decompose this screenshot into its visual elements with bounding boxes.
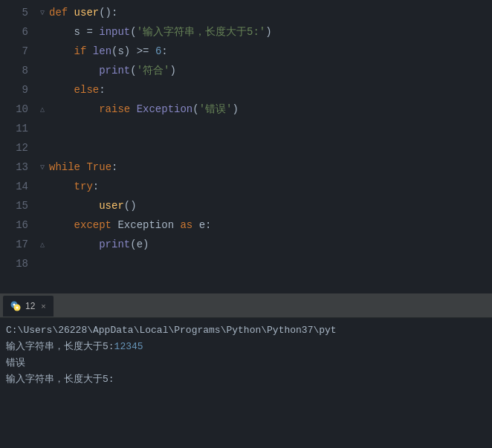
paren-5: ():	[99, 3, 117, 22]
keyword-def: def	[49, 3, 74, 22]
terminal-line3: 输入字符串，长度大于5:	[6, 371, 486, 388]
keyword-while: while	[49, 158, 86, 177]
paren-6a: (	[130, 22, 136, 42]
terminal-tab[interactable]: 12 ×	[3, 296, 54, 316]
colon-16: :	[205, 215, 211, 235]
code-line-17: print(e)	[49, 235, 492, 254]
gutter-11	[36, 119, 49, 138]
line-numbers: 5 6 7 8 9 10 11 12 13 14 15 16 17 18	[0, 0, 36, 293]
gutter-9	[36, 80, 49, 100]
keyword-true: True	[86, 158, 111, 177]
terminal-content: C:\Users\26228\AppData\Local\Programs\Py…	[0, 318, 492, 392]
terminal-path-text: C:\Users\26228\AppData\Local\Programs\Py…	[6, 325, 337, 336]
line-num-8: 8	[0, 61, 28, 80]
terminal-line2: 错误	[6, 355, 486, 371]
colon-13: :	[111, 158, 117, 177]
paren-10a: (	[192, 100, 198, 119]
line-num-12: 12	[0, 138, 28, 158]
indent-8	[49, 61, 99, 80]
string-error: '错误'	[199, 100, 233, 119]
code-line-8: print('符合')	[49, 61, 492, 80]
num-6: 6	[155, 42, 161, 61]
gutter-14	[36, 177, 49, 196]
indent-15	[49, 196, 99, 215]
paren-6b: )	[265, 22, 271, 42]
fold-icon-10[interactable]: △	[40, 105, 45, 114]
code-line-9: else:	[49, 80, 492, 100]
gutter-16	[36, 215, 49, 235]
keyword-try: try	[74, 177, 93, 196]
colon-9: :	[99, 80, 105, 100]
code-line-12	[49, 138, 492, 158]
builtin-len: len	[93, 42, 111, 61]
indent-14	[49, 177, 74, 196]
line-num-9: 9	[0, 80, 28, 100]
line-num-16: 16	[0, 215, 28, 235]
builtin-print-8: print	[99, 61, 130, 80]
line-num-5: 5	[0, 3, 28, 22]
var-e: e	[199, 215, 205, 235]
indent-10	[49, 100, 99, 119]
gutter-13[interactable]: ▽	[36, 158, 49, 177]
terminal-input-label: 输入字符串，长度大于5:	[6, 341, 114, 352]
line-num-18: 18	[0, 254, 28, 273]
terminal-error-text: 错误	[6, 357, 25, 369]
gutter-7	[36, 42, 49, 61]
paren-17: (e)	[130, 235, 149, 254]
gutter-5[interactable]: ▽	[36, 3, 49, 22]
line-num-17: 17	[0, 235, 28, 254]
code-line-18	[49, 254, 492, 273]
gutter-8	[36, 61, 49, 80]
op-gte: >=	[137, 42, 155, 61]
paren-15: ()	[124, 196, 137, 215]
exception-class: Exception	[117, 215, 180, 235]
fn-user: user	[74, 3, 100, 22]
keyword-if: if	[74, 42, 93, 61]
gutter-15	[36, 196, 49, 215]
line-num-14: 14	[0, 177, 28, 196]
code-line-13: while True:	[49, 158, 492, 177]
code-line-15: user()	[49, 196, 492, 215]
line-num-15: 15	[0, 196, 28, 215]
code-line-6: s = input('输入字符串，长度大于5:')	[49, 22, 492, 42]
paren-10b: )	[232, 100, 238, 119]
paren-8a: (	[130, 61, 136, 80]
fold-icon-5[interactable]: ▽	[40, 8, 45, 17]
terminal-path-line: C:\Users\26228\AppData\Local\Programs\Py…	[6, 322, 486, 339]
op-eq: =	[86, 22, 99, 42]
indent-9	[49, 80, 74, 100]
terminal-line1: 输入字符串，长度大于5:12345	[6, 339, 486, 355]
terminal-prompt-text: 输入字符串，长度大于5:	[6, 374, 114, 385]
svg-point-2	[13, 303, 16, 305]
paren-7: (s)	[111, 42, 137, 61]
keyword-as: as	[180, 215, 198, 235]
paren-8b: )	[169, 61, 175, 80]
svg-point-3	[16, 306, 19, 308]
gutter-6	[36, 22, 49, 42]
fold-icon-13[interactable]: ▽	[40, 163, 45, 172]
code-line-5: def user():	[49, 3, 492, 22]
fn-call-user: user	[99, 196, 124, 215]
terminal-tab-bar: 12 ×	[0, 294, 492, 318]
string-match: '符合'	[137, 61, 170, 80]
gutter-10[interactable]: △	[36, 100, 49, 119]
code-container: 5 6 7 8 9 10 11 12 13 14 15 16 17 18 ▽ △	[0, 0, 492, 293]
keyword-raise: raise	[99, 100, 136, 119]
code-line-11	[49, 119, 492, 138]
line-num-13: 13	[0, 158, 28, 177]
builtin-print-17: print	[99, 235, 130, 254]
gutter-12	[36, 138, 49, 158]
terminal-tab-label: 12	[25, 301, 35, 311]
code-line-10: raise Exception('错误')	[49, 100, 492, 119]
keyword-else: else	[74, 80, 100, 100]
var-s: s	[49, 22, 86, 42]
line-num-6: 6	[0, 22, 28, 42]
gutter-17[interactable]: △	[36, 235, 49, 254]
code-line-7: if len(s) >= 6:	[49, 42, 492, 61]
builtin-exception: Exception	[137, 100, 193, 119]
indent-7	[49, 42, 74, 61]
fold-icon-17[interactable]: △	[40, 240, 45, 249]
code-line-16: except Exception as e:	[49, 215, 492, 235]
terminal-tab-close[interactable]: ×	[41, 302, 45, 311]
terminal-area: 12 × C:\Users\26228\AppData\Local\Progra…	[0, 293, 492, 448]
